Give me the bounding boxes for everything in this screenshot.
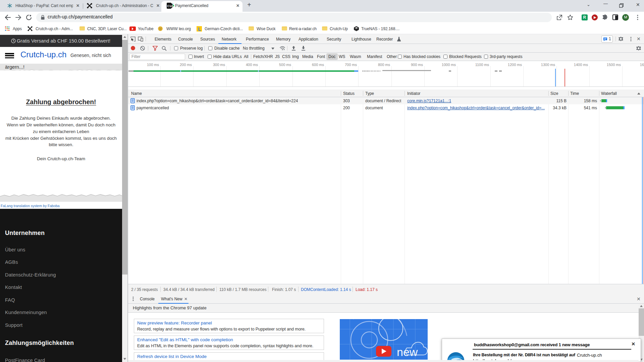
svg-text:U: U [170,4,172,8]
svg-text:new: new [397,346,418,358]
svg-text:C: C [167,4,170,8]
